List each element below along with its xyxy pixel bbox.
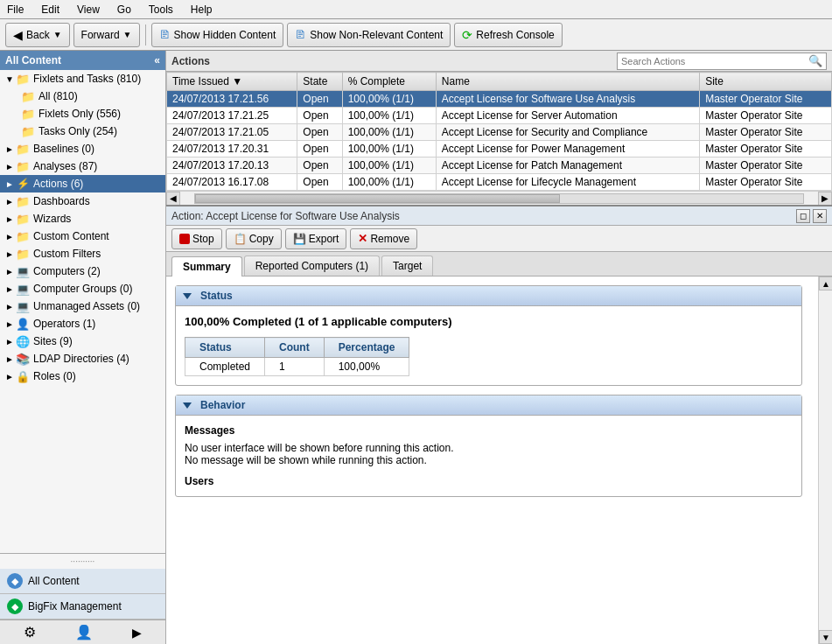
tab-scroll-down[interactable]: ▼ (819, 630, 832, 644)
expand-computers-icon[interactable]: ► (3, 267, 16, 276)
table-row[interactable]: 24/07/2013 17.21.25Open100,00% (1/1)Acce… (167, 108, 832, 124)
table-row[interactable]: 24/07/2013 17.20.31Open100,00% (1/1)Acce… (167, 141, 832, 158)
tab-target[interactable]: Target (381, 256, 433, 276)
restore-icon[interactable]: ◻ (796, 209, 810, 223)
sidebar-item-computer-groups[interactable]: ► 💻 Computer Groups (0) (0, 280, 165, 298)
menu-view[interactable]: View (73, 2, 103, 18)
cell-state: Open (297, 158, 342, 174)
expand-unmanaged-icon[interactable]: ► (3, 302, 16, 312)
expand-operators-icon[interactable]: ► (3, 319, 16, 329)
sidebar-item-wizards[interactable]: ► 📁 Wizards (0, 210, 165, 228)
forward-button[interactable]: Forward ▼ (73, 23, 140, 47)
export-button[interactable]: 💾 Export (285, 228, 347, 249)
sidebar-item-baselines[interactable]: ► 📁 Baselines (0) (0, 140, 165, 158)
table-row[interactable]: 24/07/2013 17.21.05Open100,00% (1/1)Acce… (167, 124, 832, 141)
expand-wizards-icon[interactable]: ► (3, 214, 16, 224)
sidebar-item-roles[interactable]: ► 🔒 Roles (0) (0, 368, 165, 385)
sidebar-item-actions[interactable]: ► ⚡ Actions (6) (0, 175, 165, 192)
cell-complete: 100,00% (1/1) (342, 91, 436, 108)
col-time-issued[interactable]: Time Issued ▼ (167, 73, 297, 91)
tab-scroll-up[interactable]: ▲ (819, 276, 832, 290)
remove-button[interactable]: ✕ Remove (350, 228, 417, 249)
main-layout: All Content « ▼ 📁 Fixlets and Tasks (810… (0, 51, 832, 644)
sidebar-item-fixlets-only[interactable]: 📁 Fixlets Only (556) (0, 105, 165, 122)
sidebar-item-dashboards[interactable]: ► 📁 Dashboards (0, 192, 165, 210)
horizontal-scrollbar[interactable]: ◀ ▶ (166, 191, 832, 205)
status-col-percentage: Percentage (324, 338, 409, 358)
expand-roles-icon[interactable]: ► (3, 372, 16, 382)
folder-icon-dashboards: 📁 (16, 194, 30, 208)
sidebar-item-tasks-only[interactable]: 📁 Tasks Only (254) (0, 122, 165, 140)
sidebar-item-operators[interactable]: ► 👤 Operators (1) (0, 315, 165, 332)
cell-time: 24/07/2013 17.20.31 (167, 141, 297, 158)
copy-button[interactable]: 📋 Copy (226, 228, 282, 249)
show-hidden-button[interactable]: 🖹 Show Hidden Content (151, 23, 284, 47)
back-button[interactable]: ◀ Back ▼ (5, 23, 70, 47)
scroll-thumb[interactable] (195, 194, 560, 203)
action-detail-title: Action: Accept License for Software Use … (171, 210, 400, 222)
tab-reported-computers[interactable]: Reported Computers (1) (244, 256, 380, 276)
sidebar-label-unmanaged: Unmanaged Assets (0) (33, 300, 140, 312)
tab-summary[interactable]: Summary (171, 256, 242, 276)
sidebar-item-unmanaged-assets[interactable]: ► 💻 Unmanaged Assets (0) (0, 298, 165, 315)
sidebar-collapse-icon[interactable]: « (154, 54, 160, 66)
col-name[interactable]: Name (436, 73, 699, 91)
nonrelevant-icon: 🖹 (295, 28, 306, 41)
col-site[interactable]: Site (700, 73, 832, 91)
expand-ldap-icon[interactable]: ► (3, 354, 16, 364)
search-icon[interactable]: 🔍 (808, 54, 822, 67)
scroll-left-arrow[interactable]: ◀ (166, 192, 180, 206)
sidebar-item-computers[interactable]: ► 💻 Computers (2) (0, 262, 165, 280)
expand-dashboards-icon[interactable]: ► (3, 197, 16, 206)
expand-fixlets-icon[interactable]: ▼ (3, 74, 16, 84)
actions-search-box[interactable]: 🔍 (617, 52, 827, 70)
folder-icon-wizards: 📁 (16, 212, 30, 226)
table-row[interactable]: 24/07/2013 17.21.56Open100,00% (1/1)Acce… (167, 91, 832, 108)
sidebar-label-custom-content: Custom Content (33, 230, 109, 242)
behavior-collapse-icon[interactable] (183, 402, 192, 409)
sidebar-item-custom-filters[interactable]: ► 📁 Custom Filters (0, 245, 165, 262)
tab-scrollbar[interactable]: ▲ ▼ (818, 276, 832, 644)
sidebar-item-fixlets-tasks[interactable]: ▼ 📁 Fixlets and Tasks (810) (0, 70, 165, 88)
scroll-right-arrow[interactable]: ▶ (818, 192, 832, 206)
cell-name: Accept License for Lifecycle Management (436, 174, 699, 191)
sidebar-item-custom-content[interactable]: ► 📁 Custom Content (0, 228, 165, 245)
sidebar-label-wizards: Wizards (33, 213, 71, 225)
footer-all-content[interactable]: ◆ All Content (0, 569, 165, 594)
stop-button[interactable]: Stop (171, 228, 222, 249)
menu-file[interactable]: File (3, 2, 27, 18)
sidebar-item-ldap[interactable]: ► 📚 LDAP Directories (4) (0, 350, 165, 368)
status-collapse-icon[interactable] (183, 293, 192, 299)
sidebar-item-sites[interactable]: ► 🌐 Sites (9) (0, 332, 165, 350)
footer-bigfix-management[interactable]: ◆ BigFix Management (0, 594, 165, 620)
search-input[interactable] (621, 56, 808, 66)
col-state[interactable]: State (297, 73, 342, 91)
table-row[interactable]: 24/07/2013 17.20.13Open100,00% (1/1)Acce… (167, 158, 832, 174)
cell-site: Master Operator Site (700, 158, 832, 174)
sidebar-item-analyses[interactable]: ► 📁 Analyses (87) (0, 158, 165, 175)
refresh-button[interactable]: ⟳ Refresh Console (454, 23, 562, 47)
folder-icon-baselines: 📁 (16, 142, 30, 156)
expand-icon[interactable]: ▶ (132, 626, 142, 640)
copy-label: Copy (249, 233, 274, 245)
sidebar-content: ▼ 📁 Fixlets and Tasks (810) 📁 All (810) … (0, 70, 165, 553)
expand-baselines-icon[interactable]: ► (3, 144, 16, 154)
menu-tools[interactable]: Tools (145, 2, 177, 18)
close-icon[interactable]: ✕ (813, 209, 827, 223)
menu-edit[interactable]: Edit (38, 2, 63, 18)
table-row[interactable]: 24/07/2013 16.17.08Open100,00% (1/1)Acce… (167, 174, 832, 191)
settings-icon[interactable]: ⚙ (24, 624, 36, 640)
menu-go[interactable]: Go (114, 2, 135, 18)
expand-computer-groups-icon[interactable]: ► (3, 284, 16, 294)
user-icon[interactable]: 👤 (75, 624, 93, 640)
show-nonrelevant-button[interactable]: 🖹 Show Non-Relevant Content (287, 23, 451, 47)
sidebar-item-all[interactable]: 📁 All (810) (0, 88, 165, 105)
expand-sites-icon[interactable]: ► (3, 337, 16, 346)
col-complete[interactable]: % Complete (342, 73, 436, 91)
expand-custom-content-icon[interactable]: ► (3, 232, 16, 242)
expand-custom-filters-icon[interactable]: ► (3, 249, 16, 259)
scroll-track[interactable] (194, 193, 804, 204)
menu-help[interactable]: Help (187, 2, 216, 18)
expand-actions-icon[interactable]: ► (3, 179, 16, 189)
expand-analyses-icon[interactable]: ► (3, 162, 16, 172)
